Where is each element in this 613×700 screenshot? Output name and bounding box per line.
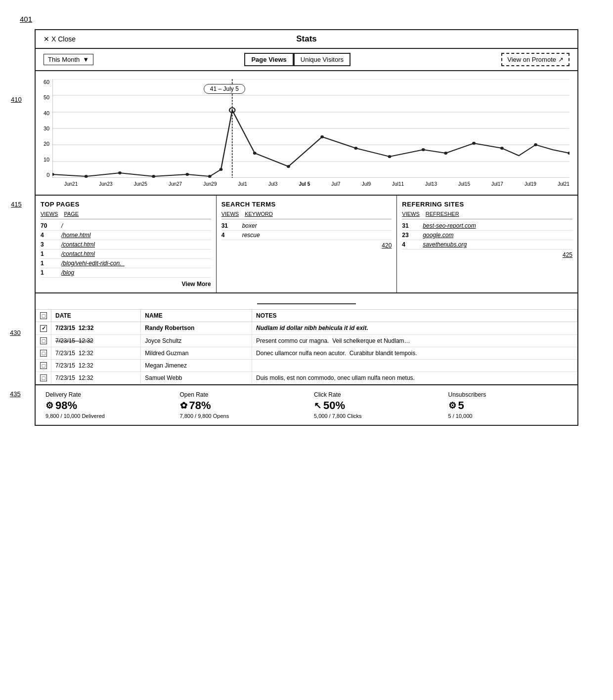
unsub-value: ⚙ 5 xyxy=(448,399,568,412)
ref-label-410: 410 xyxy=(11,96,22,103)
x-jul1: Jul1 xyxy=(238,181,247,187)
ref-label-430: 430 xyxy=(10,329,21,336)
table-row: □ 7/23/15 12:32 Megan Jimenez xyxy=(36,359,577,371)
click-sub: 5,000 / 7,800 Clicks xyxy=(314,413,434,419)
tab-unique-visitors[interactable]: Unique Visitors xyxy=(294,53,350,66)
row-name-2: Joyce Schultz xyxy=(141,334,252,347)
checkbox-1[interactable]: ✓ xyxy=(40,325,47,332)
promote-button[interactable]: View on Promote ↗ xyxy=(501,53,569,66)
col-date: DATE xyxy=(51,310,141,322)
x-jul5-bold: Jul 5 xyxy=(299,181,310,187)
table-row: □ 7/23/15 12:32 Joyce Schultz Present co… xyxy=(36,334,577,347)
x-jul3: Jul3 xyxy=(268,181,277,187)
search-terms-cols: VIEWS KEYWORD xyxy=(221,211,392,219)
page-4: /contact.html xyxy=(61,250,211,257)
delivery-value: ⚙ 98% xyxy=(45,399,165,412)
top-pages-row-3: 3 /contact.html xyxy=(41,240,211,249)
chart-area: 41 – July 5 xyxy=(52,79,569,179)
y-label-0: 0 xyxy=(46,172,49,178)
row-checkbox-2[interactable]: □ xyxy=(36,334,51,347)
x-icon: ✕ xyxy=(44,35,49,43)
close-button[interactable]: ✕ X Close xyxy=(44,35,76,43)
col-name: NAME xyxy=(141,310,252,322)
row-notes-4 xyxy=(252,359,577,371)
row-date-2: 7/23/15 12:32 xyxy=(51,334,141,347)
svg-point-23 xyxy=(444,152,448,155)
svg-point-27 xyxy=(568,152,569,155)
views-6: 1 xyxy=(41,269,55,276)
views-3: 3 xyxy=(41,241,55,248)
row-checkbox-3[interactable]: □ xyxy=(36,347,51,359)
page-3: /contact.html xyxy=(61,241,211,248)
svg-point-12 xyxy=(152,175,155,178)
ref-row-2: 23 google.com xyxy=(402,231,572,240)
header-checkbox[interactable]: □ xyxy=(40,312,47,319)
unsub-sub: 5 / 10,000 xyxy=(448,413,568,419)
promote-icon: ↗ xyxy=(558,56,564,63)
dropdown-icon: ▼ xyxy=(83,56,89,63)
top-pages-row-2: 4 /home.html xyxy=(41,231,211,240)
col-notes: NOTES xyxy=(252,310,577,322)
svg-point-11 xyxy=(118,171,122,174)
svg-point-10 xyxy=(85,175,88,178)
keyword-2: rescue xyxy=(242,232,392,239)
y-label-30: 30 xyxy=(44,125,49,131)
referring-sites-panel: REFERRING SITES VIEWS REFRESHER 31 best-… xyxy=(397,196,577,292)
table-row: □ 7/23/15 12:32 Mildred Guzman Donec ull… xyxy=(36,347,577,359)
svg-point-22 xyxy=(422,148,425,151)
divider-section xyxy=(36,293,577,309)
tab-page-views[interactable]: Page Views xyxy=(244,53,293,66)
top-pages-row-6: 1 /blog xyxy=(41,268,211,278)
metric-delivery: Delivery Rate ⚙ 98% 9,800 / 10,000 Deliv… xyxy=(45,391,165,419)
top-pages-row-1: 70 / xyxy=(41,221,211,231)
search-row-2: 4 rescue xyxy=(221,231,392,240)
row-name-5: Samuel Webb xyxy=(141,371,252,384)
ref-col-refresher: REFRESHER xyxy=(426,211,459,217)
chart-tooltip: 41 – July 5 xyxy=(204,84,245,94)
tab-group: Page Views Unique Visitors xyxy=(101,53,493,66)
search-views-2: 4 xyxy=(221,232,236,239)
open-value: ✿ 78% xyxy=(180,399,300,412)
checkbox-2[interactable]: □ xyxy=(40,337,47,344)
svg-point-15 xyxy=(219,168,223,171)
close-label: X Close xyxy=(51,35,76,43)
row-checkbox-5[interactable]: □ xyxy=(36,371,51,384)
unsub-label: Unsubscribers xyxy=(448,391,568,398)
checkbox-5[interactable]: □ xyxy=(40,374,47,381)
row-date-3: 7/23/15 12:32 xyxy=(51,347,141,359)
top-pages-row-4: 1 /contact.html xyxy=(41,249,211,259)
metric-click: Click Rate ↖ 50% 5,000 / 7,800 Clicks xyxy=(314,391,434,419)
y-label-40: 40 xyxy=(44,110,49,116)
col-checkbox: □ xyxy=(36,310,51,322)
open-icon: ✿ xyxy=(180,400,187,411)
header-title: Stats xyxy=(296,34,317,44)
search-terms-panel: SEARCH TERMS VIEWS KEYWORD 31 boxer 4 re… xyxy=(217,196,397,292)
svg-point-21 xyxy=(388,155,392,158)
month-select[interactable]: This Month ▼ xyxy=(44,54,93,65)
x-jun23: Jun23 xyxy=(99,181,112,187)
referring-sites-title: REFERRING SITES xyxy=(402,201,572,208)
top-pages-panel: TOP PAGES VIEWS PAGE 70 / 4 /home.html 3… xyxy=(36,196,217,292)
y-label-60: 60 xyxy=(44,79,49,85)
views-2: 4 xyxy=(41,232,55,239)
ref-site-1: best-seo-report.com xyxy=(423,222,572,229)
checkbox-3[interactable]: □ xyxy=(40,350,47,357)
row-checkbox-4[interactable]: □ xyxy=(36,359,51,371)
checkbox-4[interactable]: □ xyxy=(40,362,47,369)
metrics-footer: 435 Delivery Rate ⚙ 98% 9,800 / 10,000 D… xyxy=(36,385,577,425)
divider-line xyxy=(257,303,356,304)
ref-views-2: 23 xyxy=(402,232,417,239)
x-jul9: Jul9 xyxy=(362,181,371,187)
delivery-sub: 9,800 / 10,000 Delivered xyxy=(45,413,165,419)
x-jul7: Jul7 xyxy=(331,181,340,187)
x-axis: Jun21 Jun23 Jun25 Jun27 Jun29 Jul1 Jul3 … xyxy=(64,179,569,187)
toolbar: This Month ▼ Page Views Unique Visitors … xyxy=(36,49,577,71)
ref-row-3: 4 savethenubs.org xyxy=(402,240,572,249)
click-icon: ↖ xyxy=(314,400,321,411)
row-checkbox-1[interactable]: ✓ xyxy=(36,322,51,335)
x-jul15: Jul15 xyxy=(458,181,470,187)
open-sub: 7,800 / 9,800 Opens xyxy=(180,413,300,419)
unsub-icon: ⚙ xyxy=(448,400,456,411)
view-more-button[interactable]: View More xyxy=(41,281,211,288)
search-col-views: VIEWS xyxy=(221,211,239,217)
